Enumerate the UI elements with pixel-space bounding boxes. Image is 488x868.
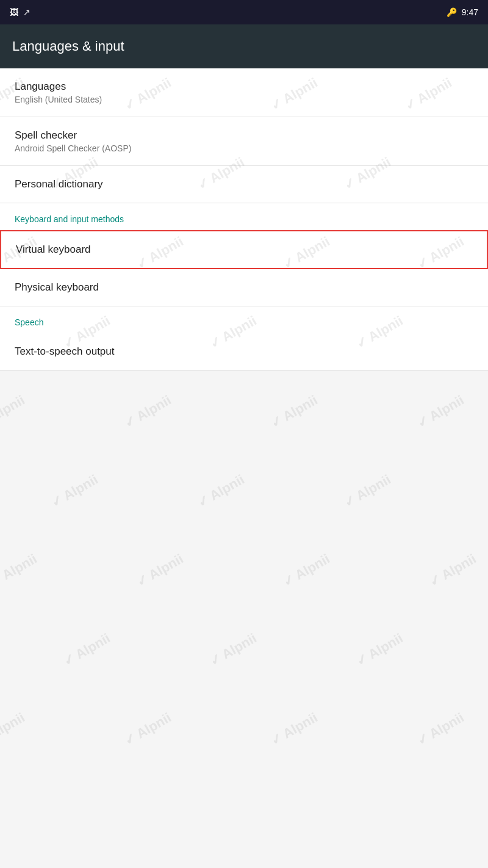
languages-item[interactable]: Languages English (United States) xyxy=(0,68,488,117)
time-display: 9:47 xyxy=(462,7,478,17)
status-icons-right: 🔑 9:47 xyxy=(447,7,478,17)
personal-dictionary-item[interactable]: Personal dictionary xyxy=(0,166,488,203)
speech-section-label: Speech xyxy=(15,317,43,327)
virtual-keyboard-title: Virtual keyboard xyxy=(16,244,472,256)
speech-section-header: Speech xyxy=(0,306,488,333)
settings-list: Languages English (United States) Spell … xyxy=(0,68,488,371)
page-title: Languages & input xyxy=(12,38,124,54)
action-bar: Languages & input xyxy=(0,24,488,68)
text-to-speech-title: Text-to-speech output xyxy=(15,345,473,358)
empty-area xyxy=(0,371,488,798)
spell-checker-subtitle: Android Spell Checker (AOSP) xyxy=(15,143,473,153)
keyboard-section-header: Keyboard and input methods xyxy=(0,203,488,230)
image-status-icon: 🖼 xyxy=(10,7,18,17)
languages-title: Languages xyxy=(15,81,473,93)
spell-checker-title: Spell checker xyxy=(15,129,473,142)
spell-checker-item[interactable]: Spell checker Android Spell Checker (AOS… xyxy=(0,117,488,166)
keyboard-section-label: Keyboard and input methods xyxy=(15,214,124,224)
languages-subtitle: English (United States) xyxy=(15,95,473,104)
text-to-speech-item[interactable]: Text-to-speech output xyxy=(0,333,488,371)
share-status-icon: ↗ xyxy=(23,7,30,17)
status-bar: 🖼 ↗ 🔑 9:47 xyxy=(0,0,488,24)
virtual-keyboard-item[interactable]: Virtual keyboard xyxy=(0,230,488,269)
status-icons-left: 🖼 ↗ xyxy=(10,7,30,17)
personal-dictionary-title: Personal dictionary xyxy=(15,178,473,190)
physical-keyboard-item[interactable]: Physical keyboard xyxy=(0,269,488,306)
key-icon: 🔑 xyxy=(447,7,457,17)
physical-keyboard-title: Physical keyboard xyxy=(15,281,473,294)
